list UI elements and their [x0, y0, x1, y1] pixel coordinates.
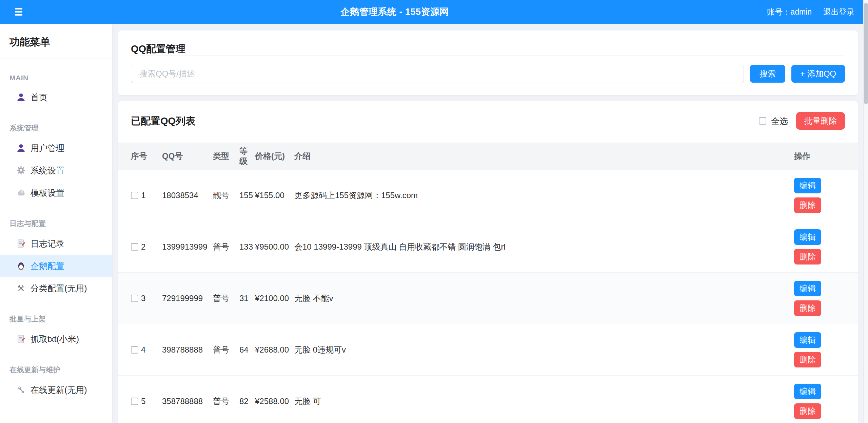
sidebar-title: 功能菜单 [0, 24, 112, 59]
row-qq: 729199999 [162, 294, 213, 303]
main-content: QQ配置管理 搜索 + 添加QQ 已配置QQ列表 全选 批量删除 序号 QQ号 … [112, 24, 868, 423]
sidebar-item-label: 日志记录 [31, 238, 64, 249]
delete-button[interactable]: 删除 [794, 249, 821, 265]
row-desc: 会10 13999-13999 顶级真山 自用收藏都不错 圆润饱满 包rl [294, 241, 794, 252]
column-header-price: 价格(元) [255, 151, 294, 161]
section-label-system: 系统管理 [0, 123, 112, 133]
row-type: 靓号 [213, 190, 239, 201]
row-price: ¥155.00 [255, 191, 294, 200]
row-price: ¥2100.00 [255, 294, 294, 303]
row-qq: 358788888 [162, 397, 213, 406]
column-header-qq: QQ号 [162, 151, 213, 161]
sidebar-item-users[interactable]: 用户管理 [0, 137, 112, 159]
section-label-batch: 批量与上架 [0, 314, 112, 324]
qq-config-card: QQ配置管理 搜索 + 添加QQ [118, 30, 858, 95]
memo-icon [16, 239, 26, 248]
scrollbar-thumb[interactable] [864, 3, 868, 104]
sidebar-item-label: 系统设置 [31, 165, 64, 176]
column-header-type: 类型 [213, 151, 239, 161]
sidebar-item-label: 用户管理 [31, 143, 64, 154]
row-index: 2 [141, 242, 145, 252]
sidebar-item-category-config[interactable]: 分类配置(无用) [0, 277, 112, 299]
row-desc: 更多源码上155资源网：155w.com [294, 190, 794, 201]
row-level: 82 [239, 397, 255, 406]
row-price: ¥2588.00 [255, 397, 294, 406]
qq-list-card: 已配置QQ列表 全选 批量删除 序号 QQ号 类型 等级 价格(元) 介绍 操作… [118, 101, 858, 423]
scrollbar[interactable] [863, 0, 868, 423]
row-type: 普号 [213, 293, 239, 304]
column-header-desc: 介绍 [294, 151, 794, 161]
row-level: 64 [239, 345, 255, 355]
row-type: 普号 [213, 241, 239, 252]
edit-button[interactable]: 编辑 [794, 332, 821, 348]
memo-icon [16, 334, 26, 344]
sidebar-item-label: 首页 [31, 92, 47, 103]
table-row: 1 18038534 靓号 155 ¥155.00 更多源码上155资源网：15… [118, 170, 858, 221]
tools-icon [16, 283, 26, 293]
edit-button[interactable]: 编辑 [794, 229, 821, 245]
sidebar-item-penguin-config[interactable]: 企鹅配置 [0, 255, 112, 277]
penguin-icon [16, 261, 26, 271]
user-icon [16, 92, 26, 102]
section-label-logs: 日志与配置 [0, 219, 112, 228]
sidebar-item-home[interactable]: 首页 [0, 86, 112, 108]
batch-delete-button[interactable]: 批量删除 [796, 112, 845, 130]
delete-button[interactable]: 删除 [794, 403, 821, 419]
sidebar-item-logs[interactable]: 日志记录 [0, 232, 112, 255]
row-level: 155 [239, 191, 255, 200]
topbar: 企鹅管理系统 - 155资源网 账号：admin 退出登录 [0, 0, 868, 24]
row-desc: 无脸 0违规可v [294, 344, 794, 355]
row-checkbox[interactable] [131, 192, 138, 199]
section-label-main: MAIN [0, 74, 112, 82]
qq-table: 序号 QQ号 类型 等级 价格(元) 介绍 操作 1 18038534 靓号 1… [118, 143, 858, 423]
sidebar: 功能菜单 MAIN 首页 系统管理 用户管理 系统设置 模板设置 日志与配置 日… [0, 24, 112, 423]
sidebar-item-grab-txt[interactable]: 抓取txt(小米) [0, 328, 112, 350]
column-header-level: 等级 [239, 146, 255, 166]
row-checkbox[interactable] [131, 346, 138, 354]
edit-button[interactable]: 编辑 [794, 384, 821, 399]
row-price: ¥2688.00 [255, 345, 294, 355]
add-qq-button[interactable]: + 添加QQ [791, 65, 845, 83]
page-title: QQ配置管理 [131, 42, 845, 56]
row-index: 5 [141, 397, 145, 406]
topbar-right: 账号：admin 退出登录 [767, 7, 854, 17]
gear-icon [16, 166, 26, 175]
row-type: 普号 [213, 344, 239, 355]
select-all-checkbox[interactable] [759, 117, 766, 125]
row-desc: 无脸 可 [294, 396, 794, 407]
list-controls: 全选 批量删除 [759, 112, 845, 130]
delete-button[interactable]: 删除 [794, 300, 821, 316]
row-checkbox[interactable] [131, 295, 138, 302]
divider [131, 56, 845, 56]
row-price: ¥9500.00 [255, 242, 294, 252]
delete-button[interactable]: 删除 [794, 352, 821, 367]
list-title: 已配置QQ列表 [131, 114, 195, 128]
column-header-index: 序号 [131, 151, 162, 161]
search-button[interactable]: 搜索 [750, 65, 785, 83]
row-index: 3 [141, 294, 145, 303]
sidebar-item-label: 抓取txt(小米) [31, 334, 79, 345]
delete-button[interactable]: 删除 [794, 197, 821, 213]
select-all-label: 全选 [771, 115, 788, 127]
table-header-row: 序号 QQ号 类型 等级 价格(元) 介绍 操作 [118, 143, 858, 170]
sidebar-item-online-update[interactable]: 在线更新(无用) [0, 379, 112, 401]
sidebar-item-system-settings[interactable]: 系统设置 [0, 159, 112, 182]
wrench-icon [16, 385, 26, 395]
table-row: 3 729199999 普号 31 ¥2100.00 无脸 不能v 编辑 删除 [118, 273, 858, 324]
edit-button[interactable]: 编辑 [794, 281, 821, 296]
sidebar-item-label: 分类配置(无用) [31, 283, 87, 294]
row-qq: 398788888 [162, 345, 213, 355]
section-label-update: 在线更新与维护 [0, 365, 112, 375]
logout-link[interactable]: 退出登录 [823, 7, 854, 17]
edit-button[interactable]: 编辑 [794, 178, 821, 193]
user-icon [16, 143, 26, 153]
row-checkbox[interactable] [131, 243, 138, 251]
row-checkbox[interactable] [131, 398, 138, 405]
row-index: 1 [141, 191, 145, 200]
menu-icon[interactable] [15, 8, 22, 16]
row-level: 133 [239, 242, 255, 252]
search-input[interactable] [131, 65, 744, 83]
row-qq: 18038534 [162, 191, 213, 200]
account-label: 账号：admin [767, 7, 812, 17]
sidebar-item-template-settings[interactable]: 模板设置 [0, 182, 112, 204]
